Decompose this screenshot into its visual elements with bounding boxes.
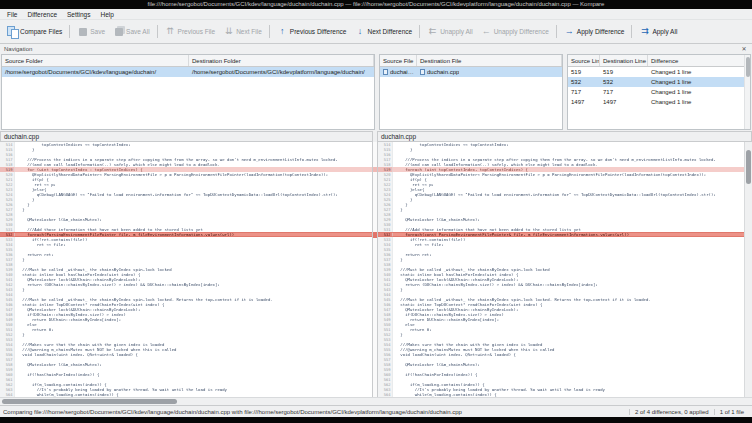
code-text: ///Add those information that have not b…	[393, 227, 744, 232]
arrow-right-double-icon: ⇉	[639, 26, 650, 37]
arrow-right-icon: →	[564, 26, 575, 37]
menu-bar: File Difference Settings Help	[0, 9, 752, 20]
source-folder-header[interactable]: Source Folder	[2, 55, 189, 66]
toolbar-separator	[69, 25, 70, 38]
source-line-cell: 519	[568, 67, 600, 77]
toolbar-button-label: Previous Difference	[290, 28, 347, 35]
diff-list-row[interactable]: 14971497Changed 1 line	[568, 97, 750, 107]
source-pane-title: duchain.cpp	[0, 131, 373, 142]
source-line-cell: 717	[568, 87, 600, 97]
source-folder-path: /home/sergobot/Documents/GCI/kdev/langua…	[2, 67, 189, 77]
arrow-up-double-icon: ⇈	[165, 26, 176, 37]
menu-file[interactable]: File	[2, 11, 22, 18]
navigation-dock-title: Navigation	[4, 46, 740, 52]
horizontal-scrollbar[interactable]	[0, 397, 752, 405]
toolbar-button-label: Apply Difference	[577, 28, 625, 35]
unapply-difference-button[interactable]: ←Unapply Difference	[477, 24, 553, 39]
files-header: Source File Destination File	[380, 55, 562, 67]
save-all-icon	[113, 26, 124, 37]
destination-pane-title: duchain.cpp	[377, 131, 752, 142]
difference-cell: Changed 1 line	[648, 97, 750, 107]
destination-pane: 514 topContextIndices << topContextIndex…	[377, 142, 744, 397]
destination-file-header[interactable]: Destination File	[417, 55, 562, 66]
folder-row[interactable]: /home/sergobot/Documents/GCI/kdev/langua…	[2, 67, 374, 77]
source-line-header[interactable]: Source Line	[568, 55, 600, 66]
compare-files-button[interactable]: Compare Files	[3, 24, 66, 39]
destination-line-cell: 532	[600, 77, 648, 87]
code-text: foreach(ParsingEnvironmentFilePointer fi…	[15, 233, 372, 237]
difference-header[interactable]: Difference	[648, 55, 750, 66]
next-file-button[interactable]: ⇊Next File	[219, 24, 266, 39]
arrow-down-icon: ↓	[354, 26, 365, 37]
navigation-panel: Source Folder Destination Folder /home/s…	[0, 54, 752, 131]
code-text: foreach(const ParsingEnvironmentFilePoin…	[393, 233, 744, 237]
source-pane: 514 topContextIndices << topContextIndex…	[0, 142, 373, 397]
source-file-cell: duchain.cpp	[380, 67, 417, 77]
diff-list-row[interactable]: 717717Changed 1 line	[568, 87, 750, 97]
destination-line-cell: 519	[600, 67, 648, 77]
toolbar-button-label: Save	[90, 28, 105, 35]
diff-list-row[interactable]: 532532Changed 1 line	[568, 77, 750, 87]
vertical-scrollbar-thumb[interactable]	[746, 150, 751, 184]
apply-all-button[interactable]: ⇉Apply All	[635, 24, 681, 39]
status-bar: Comparing file:///home/sergobot/Document…	[0, 405, 752, 417]
save-all-button[interactable]: Save All	[109, 24, 154, 39]
apply-difference-button[interactable]: →Apply Difference	[560, 24, 629, 39]
unapply-all-button[interactable]: ⇇Unapply All	[423, 24, 477, 39]
toolbar-button-label: Next File	[236, 28, 262, 35]
differences-count: 2 of 4 differences, 0 applied	[629, 409, 714, 415]
files-count: 1 of 1 file	[714, 409, 749, 415]
source-line-cell: 532	[568, 77, 600, 87]
difference-cell: Changed 1 line	[648, 77, 750, 87]
kompare-window: file:///home/sergobot/Documents/GCI/kdev…	[0, 0, 752, 423]
next-difference-button[interactable]: ↓Next Difference	[350, 24, 416, 39]
differences-list-panel: Source Line Destination Line Difference …	[567, 54, 751, 130]
dock-close-icon[interactable]: ✕	[740, 45, 748, 53]
menu-difference[interactable]: Difference	[22, 11, 62, 18]
scrollbar-thumb[interactable]	[746, 57, 750, 77]
folders-panel: Source Folder Destination Folder /home/s…	[1, 54, 375, 130]
line-number: 532	[378, 233, 393, 237]
destination-file-name: duchain.cpp	[427, 69, 459, 75]
previous-difference-button[interactable]: ↑Previous Difference	[273, 24, 351, 39]
source-file-header[interactable]: Source File	[380, 55, 417, 66]
navigation-dock-header: Navigation ✕	[0, 44, 752, 54]
arrow-up-icon: ↑	[277, 26, 288, 37]
save-button[interactable]: Save	[73, 24, 109, 39]
toolbar-separator	[631, 25, 632, 38]
destination-line-header[interactable]: Destination Line	[600, 55, 648, 66]
toolbar: Compare FilesSaveSave All⇈Previous File⇊…	[0, 20, 752, 44]
diff-view: 514 topContextIndices << topContextIndex…	[0, 142, 752, 397]
horizontal-scrollbar-thumb[interactable]	[2, 399, 177, 404]
desktop-strip	[0, 417, 752, 423]
differences-list-scrollbar[interactable]	[744, 55, 750, 129]
destination-pane-code: 514 topContextIndices << topContextIndex…	[378, 142, 744, 397]
line-number: 532	[0, 233, 15, 237]
file-icon	[420, 69, 425, 75]
code-text: ///Add those information that have not b…	[15, 227, 372, 232]
status-message: Comparing file:///home/sergobot/Document…	[3, 409, 629, 415]
toolbar-button-label: Compare Files	[20, 28, 62, 35]
file-icon	[383, 69, 388, 75]
previous-file-button[interactable]: ⇈Previous File	[161, 24, 220, 39]
menu-settings[interactable]: Settings	[62, 11, 96, 18]
menu-help[interactable]: Help	[96, 11, 119, 18]
vertical-scrollbar[interactable]	[744, 142, 752, 397]
toolbar-button-label: Unapply Difference	[494, 28, 549, 35]
file-row[interactable]: duchain.cpp duchain.cpp	[380, 67, 562, 77]
destination-line-cell: 717	[600, 87, 648, 97]
arrow-down-double-icon: ⇊	[223, 26, 234, 37]
destination-folder-path: /home/sergobot/Documents/GCI/kdevplatfor…	[189, 67, 374, 77]
diff-list-row[interactable]: 519519Changed 1 line	[568, 67, 750, 77]
difference-cell: Changed 1 line	[648, 67, 750, 77]
folders-header: Source Folder Destination Folder	[2, 55, 374, 67]
arrow-left-double-icon: ⇇	[427, 26, 438, 37]
compare-files-icon	[7, 26, 18, 37]
toolbar-button-label: Previous File	[178, 28, 216, 35]
toolbar-separator	[556, 25, 557, 38]
destination-folder-header[interactable]: Destination Folder	[189, 55, 374, 66]
diff-list-body: 519519Changed 1 line532532Changed 1 line…	[568, 67, 750, 107]
line-number: 531	[378, 227, 393, 232]
code-line: 531 ///Add those information that have n…	[378, 227, 744, 232]
toolbar-separator	[419, 25, 420, 38]
